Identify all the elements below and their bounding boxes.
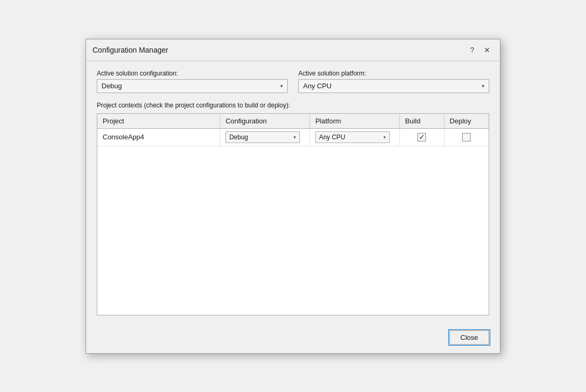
row-config-arrow: ▾ (294, 135, 296, 140)
col-header-build: Build (399, 114, 444, 129)
config-field-group: Active solution configuration: Debug ▾ (97, 70, 288, 93)
cell-build: ✓ (399, 128, 444, 146)
col-header-platform: Platform (309, 114, 399, 129)
row-platform-dropdown[interactable]: Any CPU▾ (315, 131, 390, 143)
top-section: Active solution configuration: Debug ▾ A… (97, 70, 489, 93)
title-bar-controls: ? ✕ (466, 44, 493, 56)
checkmark-icon: ✓ (419, 134, 425, 140)
project-contexts-label: Project contexts (check the project conf… (97, 102, 489, 109)
dialog-body: Active solution configuration: Debug ▾ A… (86, 61, 500, 324)
row-platform-arrow: ▾ (383, 135, 386, 140)
active-platform-value: Any CPU (303, 82, 331, 90)
active-config-dropdown[interactable]: Debug ▾ (97, 79, 288, 93)
configuration-manager-dialog: Configuration Manager ? ✕ Active solutio… (86, 39, 500, 354)
config-dropdown-arrow: ▾ (280, 83, 283, 89)
close-button[interactable]: Close (449, 330, 489, 345)
cell-platform: Any CPU▾ (309, 128, 399, 146)
col-header-deploy: Deploy (444, 114, 489, 129)
help-button[interactable]: ? (466, 44, 479, 56)
row-config-value: Debug (229, 134, 248, 141)
table-row: ConsoleApp4Debug▾Any CPU▾✓ (97, 128, 489, 146)
col-header-project: Project (97, 114, 220, 129)
active-config-value: Debug (102, 82, 122, 90)
active-platform-dropdown[interactable]: Any CPU ▾ (298, 79, 489, 93)
dialog-close-button[interactable]: ✕ (481, 44, 493, 56)
platform-field-group: Active solution platform: Any CPU ▾ (298, 70, 489, 93)
deploy-checkbox[interactable] (462, 133, 471, 141)
cell-configuration: Debug▾ (220, 128, 310, 146)
config-label: Active solution configuration: (97, 70, 288, 77)
project-table-container: Project Configuration Platform Build Dep (97, 113, 489, 315)
cell-deploy (444, 128, 489, 146)
project-table: Project Configuration Platform Build Dep (97, 114, 489, 146)
platform-label: Active solution platform: (298, 70, 489, 77)
platform-dropdown-arrow: ▾ (482, 83, 484, 89)
dialog-title: Configuration Manager (93, 46, 168, 54)
row-platform-value: Any CPU (319, 134, 345, 141)
title-bar: Configuration Manager ? ✕ (86, 39, 500, 61)
col-header-configuration: Configuration (220, 114, 310, 129)
table-header-row: Project Configuration Platform Build Dep (97, 114, 489, 129)
row-config-dropdown[interactable]: Debug▾ (225, 131, 300, 143)
build-checkbox[interactable]: ✓ (417, 133, 426, 141)
title-bar-left: Configuration Manager (93, 46, 168, 54)
cell-project: ConsoleApp4 (97, 128, 220, 146)
dialog-footer: Close (86, 324, 500, 353)
